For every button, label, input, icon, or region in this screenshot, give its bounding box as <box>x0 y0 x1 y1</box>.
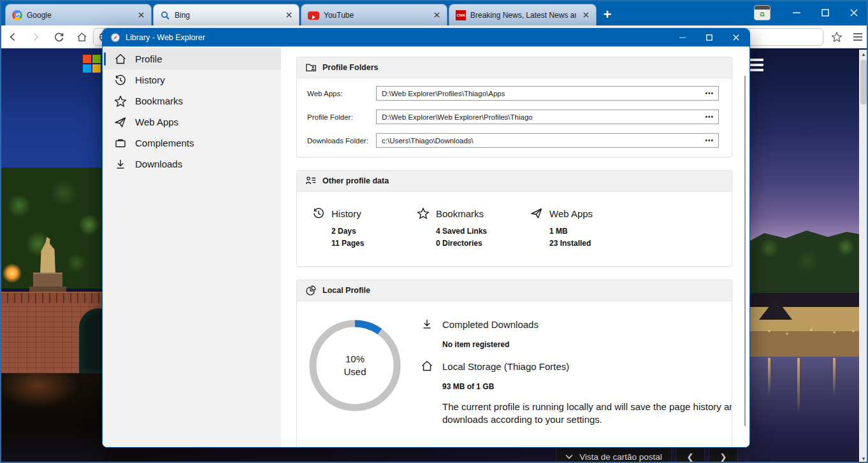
bridge-scene <box>0 48 105 463</box>
town-scene <box>750 48 868 463</box>
dialog-sidebar: Profile History Bookmarks Web Apps Compl… <box>103 46 281 448</box>
tab-label: Google <box>27 11 131 20</box>
folder-row: Downloads Folder: c:\Users\Thiago\Downlo… <box>307 133 719 148</box>
dialog-close-button[interactable] <box>723 29 749 46</box>
dialog-scrollbar-thumb[interactable] <box>744 76 746 426</box>
sidebar-item-label: Complements <box>135 138 194 148</box>
box-icon <box>114 137 127 150</box>
profile-folder-path-input[interactable]: D:\Web Explorer\Web Explorer\Profiles\Th… <box>376 110 719 124</box>
sidebar-item-label: Bookmarks <box>135 96 183 106</box>
downloads-status: No item registered <box>442 340 732 349</box>
field-label: Profile Folder: <box>307 113 376 121</box>
history-icon <box>114 74 127 87</box>
person-list-icon <box>305 175 317 187</box>
sidebar-item-history[interactable]: History <box>103 69 281 90</box>
bookmark-star-icon[interactable] <box>828 28 846 46</box>
tab-close-icon[interactable] <box>431 10 442 20</box>
donut-label: 10% Used <box>308 319 401 412</box>
sidebar-item-bookmarks[interactable]: Bookmarks <box>103 90 281 111</box>
web-explorer-compass-icon <box>110 32 120 43</box>
history-icon <box>312 207 325 220</box>
storage-value: 93 MB of 1 GB <box>442 382 732 391</box>
storage-donut-chart: 10% Used <box>308 319 401 412</box>
field-label: Web Apps: <box>307 90 376 97</box>
downloads-folder-path-input[interactable]: c:\Users\Thiago\Downloads\ ••• <box>376 133 719 148</box>
tab-youtube[interactable]: YouTube <box>301 4 447 25</box>
local-profile-card: Local Profile 10% Used <box>296 280 732 448</box>
chevron-down-icon <box>565 454 573 459</box>
star-icon <box>417 207 430 220</box>
sidebar-item-downloads[interactable]: Downloads <box>103 153 281 175</box>
tab-close-icon[interactable] <box>136 10 146 20</box>
microsoft-logo <box>83 55 101 73</box>
library-dialog: Library - Web Explorer Profile History <box>102 28 750 448</box>
browse-button[interactable]: ••• <box>705 87 714 100</box>
sidebar-item-label: Web Apps <box>135 117 178 127</box>
browse-button[interactable]: ••• <box>705 110 714 124</box>
street-lamp <box>3 264 22 283</box>
folder-row: Profile Folder: D:\Web Explorer\Web Expl… <box>307 110 719 124</box>
star-icon <box>114 95 127 108</box>
home-button[interactable] <box>73 28 90 46</box>
web-apps-summary: Web Apps 1 MB 23 Installed <box>530 207 658 250</box>
scroll-up-icon[interactable]: ▲ <box>859 50 868 59</box>
card-title: Other profile data <box>322 176 389 185</box>
tab-cnn[interactable]: CNN Breaking News, Latest News and Vi <box>449 4 597 25</box>
dialog-minimize-button[interactable] <box>669 29 696 46</box>
tab-close-icon[interactable] <box>284 10 294 20</box>
folder-row: Web Apps: D:\Web Explorer\Profiles\Thiag… <box>307 86 719 101</box>
paper-plane-icon <box>114 116 127 129</box>
dialog-main: Profile Folders Web Apps: D:\Web Explore… <box>281 46 749 448</box>
dialog-title: Library - Web Explorer <box>126 33 664 42</box>
maximize-button[interactable] <box>811 0 839 25</box>
download-icon <box>114 158 127 171</box>
pie-chart-icon <box>305 285 317 296</box>
browser-window: G Google Bing YouTube CNN Breaking News,… <box>0 0 868 463</box>
sidebar-item-label: History <box>135 75 165 85</box>
paper-plane-icon <box>530 207 543 220</box>
tab-bar: G Google Bing YouTube CNN Breaking News,… <box>0 0 868 25</box>
sidebar-item-web-apps[interactable]: Web Apps <box>103 111 281 132</box>
new-tab-button[interactable]: + <box>597 4 618 25</box>
sidebar-item-label: Profile <box>135 53 163 64</box>
card-title: Profile Folders <box>322 63 379 72</box>
tab-google[interactable]: G Google <box>5 4 152 25</box>
page-scrollbar-thumb[interactable] <box>860 60 867 104</box>
web-apps-path-input[interactable]: D:\Web Explorer\Profiles\Thiago\Apps ••• <box>376 86 719 101</box>
back-button[interactable] <box>4 28 22 46</box>
card-title: Local Profile <box>322 286 370 295</box>
home-icon <box>421 360 433 373</box>
sidebar-item-profile[interactable]: Profile <box>103 48 281 69</box>
dialog-titlebar[interactable]: Library - Web Explorer <box>103 29 749 46</box>
history-summary: History 2 Days 11 Pages <box>312 207 417 250</box>
minimize-button[interactable] <box>782 0 811 25</box>
profile-description: The current profile is running locally a… <box>442 401 732 426</box>
recycle-bin-icon[interactable]: ♻ <box>754 5 770 20</box>
menu-icon[interactable] <box>849 28 867 46</box>
reload-button[interactable] <box>50 28 68 46</box>
folder-user-icon <box>305 62 317 73</box>
forward-button[interactable] <box>27 28 45 46</box>
local-storage-row: Local Storage (Thiago Fortes) <box>421 360 732 373</box>
field-label: Downloads Folder: <box>307 137 376 145</box>
bing-favicon <box>160 10 170 20</box>
dialog-maximize-button[interactable] <box>696 29 723 46</box>
completed-downloads-row: Completed Downloads <box>421 318 732 331</box>
browse-button[interactable]: ••• <box>705 134 714 147</box>
tab-label: YouTube <box>324 11 427 20</box>
bookmarks-summary: Bookmarks 4 Saved Links 0 Directories <box>417 207 530 250</box>
scroll-down-icon[interactable]: ▼ <box>859 454 868 463</box>
page-scrollbar[interactable]: ▲ ▼ <box>859 50 868 463</box>
cnn-favicon: CNN <box>456 10 466 20</box>
google-favicon: G <box>12 10 22 20</box>
tab-close-icon[interactable] <box>581 10 591 20</box>
profile-folders-card: Profile Folders Web Apps: D:\Web Explore… <box>296 57 732 157</box>
tab-bing[interactable]: Bing <box>153 4 300 25</box>
other-profile-data-card: Other profile data History 2 Days 11 Pag… <box>296 170 732 267</box>
sidebar-item-complements[interactable]: Complements <box>103 132 281 153</box>
tab-label: Bing <box>175 11 279 20</box>
tab-label: Breaking News, Latest News and Vi <box>470 11 576 20</box>
close-button[interactable] <box>839 0 868 25</box>
youtube-favicon <box>308 11 319 20</box>
download-icon <box>421 318 433 331</box>
